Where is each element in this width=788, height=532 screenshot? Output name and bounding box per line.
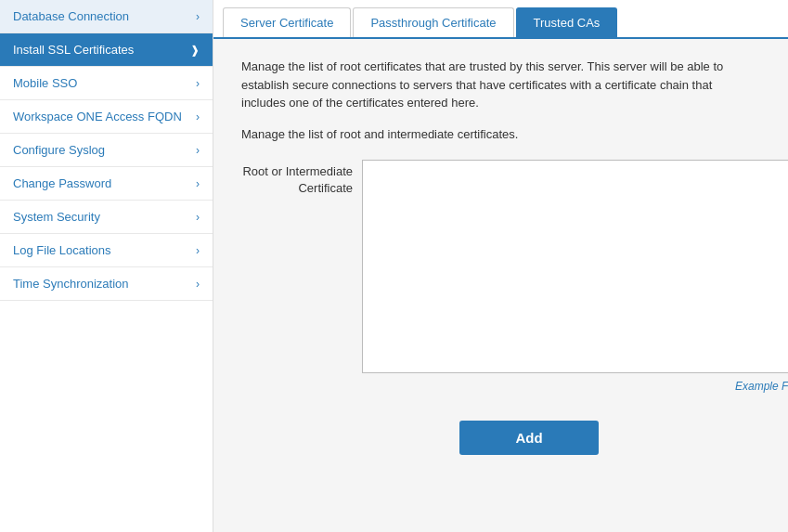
chevron-right-icon: › [196, 278, 200, 291]
example-format-link[interactable]: Example Format [362, 380, 788, 393]
add-button[interactable]: Add [459, 421, 598, 455]
tab-server-certificate[interactable]: Server Certificate [223, 7, 351, 37]
chevron-right-icon: › [196, 211, 200, 224]
sidebar-item-time-synchronization[interactable]: Time Synchronization › [0, 267, 213, 301]
chevron-right-icon: › [196, 77, 200, 90]
certificate-input-wrapper: Example Format [362, 160, 788, 393]
sidebar-item-workspace-fqdn[interactable]: Workspace ONE Access FQDN › [0, 100, 213, 134]
chevron-right-icon: › [196, 110, 200, 123]
sidebar-item-database-connection[interactable]: Database Connection › [0, 0, 213, 33]
chevron-right-icon: ❱ [190, 44, 200, 57]
sidebar-item-label: Configure Syslog [13, 143, 105, 157]
sidebar-item-mobile-sso[interactable]: Mobile SSO › [0, 67, 213, 100]
description-text-1: Manage the list of root certificates tha… [241, 58, 724, 112]
sidebar: Database Connection › Install SSL Certif… [0, 0, 213, 532]
sidebar-item-label: Database Connection [13, 9, 129, 23]
sidebar-item-install-ssl[interactable]: Install SSL Certificates ❱ [0, 33, 213, 67]
sidebar-item-label: Time Synchronization [13, 277, 129, 291]
sidebar-item-label: Install SSL Certificates [13, 43, 134, 57]
chevron-right-icon: › [196, 244, 200, 257]
sidebar-item-system-security[interactable]: System Security › [0, 201, 213, 234]
chevron-right-icon: › [196, 144, 200, 157]
sidebar-item-label: System Security [13, 210, 100, 224]
sidebar-item-label: Change Password [13, 176, 111, 190]
tab-trusted-cas[interactable]: Trusted CAs [516, 7, 618, 37]
certificate-label: Root or Intermediate Certificate [241, 160, 362, 197]
certificate-form-row: Root or Intermediate Certificate Example… [241, 160, 788, 393]
sidebar-item-label: Mobile SSO [13, 76, 77, 90]
tab-passthrough-certificate[interactable]: Passthrough Certificate [353, 7, 513, 37]
main-content: Server Certificate Passthrough Certifica… [213, 0, 788, 532]
tab-bar: Server Certificate Passthrough Certifica… [213, 0, 788, 39]
sidebar-item-log-file-locations[interactable]: Log File Locations › [0, 234, 213, 267]
example-format-wrapper: Example Format [362, 380, 788, 393]
add-button-row: Add [241, 421, 788, 455]
certificate-textarea[interactable] [362, 160, 788, 373]
sidebar-item-label: Workspace ONE Access FQDN [13, 110, 182, 123]
description-text-2: Manage the list of root and intermediate… [241, 125, 788, 144]
chevron-right-icon: › [196, 10, 200, 23]
content-area: Manage the list of root certificates tha… [213, 39, 788, 532]
sidebar-item-change-password[interactable]: Change Password › [0, 167, 213, 201]
chevron-right-icon: › [196, 177, 200, 190]
sidebar-item-configure-syslog[interactable]: Configure Syslog › [0, 134, 213, 167]
sidebar-item-label: Log File Locations [13, 243, 111, 257]
